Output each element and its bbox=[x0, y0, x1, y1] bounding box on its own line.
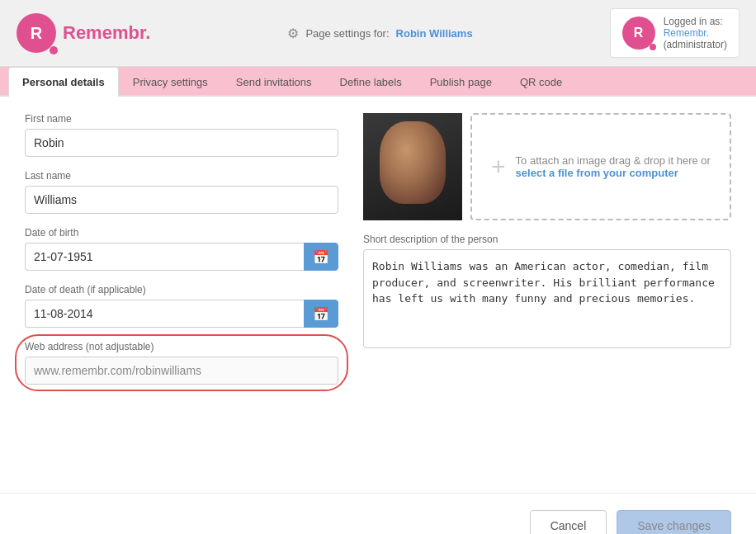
person-name: Robin Williams bbox=[396, 27, 473, 40]
logged-in-label: Logged in as: bbox=[664, 16, 727, 27]
form-left: First name Last name Date of birth 📅 Dat… bbox=[25, 113, 338, 398]
dob-group: Date of birth 📅 bbox=[25, 227, 338, 271]
dob-input[interactable] bbox=[25, 243, 304, 271]
description-textarea[interactable]: Robin Williams was an American actor, co… bbox=[363, 249, 731, 348]
logo-dot bbox=[50, 46, 58, 54]
logged-in-text: Logged in as: Remembr. (administrator) bbox=[664, 16, 727, 50]
dob-wrapper: 📅 bbox=[25, 243, 338, 271]
user-letter: R bbox=[634, 26, 644, 40]
dob-label: Date of birth bbox=[25, 227, 338, 239]
description-group: Short description of the person Robin Wi… bbox=[363, 234, 731, 351]
dob-calendar-button[interactable]: 📅 bbox=[304, 243, 338, 271]
last-name-input[interactable] bbox=[25, 186, 338, 214]
tab-publish-page[interactable]: Publish page bbox=[416, 67, 506, 97]
tab-define-labels[interactable]: Define labels bbox=[326, 67, 416, 97]
form-layout: First name Last name Date of birth 📅 Dat… bbox=[25, 113, 731, 398]
form-right: + To attach an image drag & drop it here… bbox=[363, 113, 731, 398]
tabs-bar: Personal details Privacy settings Send i… bbox=[0, 67, 756, 97]
tab-personal-details[interactable]: Personal details bbox=[8, 67, 119, 97]
footer-buttons: Cancel Save changes bbox=[0, 493, 756, 534]
user-link[interactable]: Remembr. bbox=[664, 27, 709, 39]
user-dot bbox=[650, 44, 656, 50]
user-avatar: R bbox=[622, 17, 655, 50]
dod-label: Date of death (if applicable) bbox=[25, 284, 338, 295]
cancel-button[interactable]: Cancel bbox=[530, 510, 607, 534]
first-name-input[interactable] bbox=[25, 129, 338, 157]
logged-in-box: R Logged in as: Remembr. (administrator) bbox=[610, 8, 739, 58]
web-address-input[interactable] bbox=[25, 357, 338, 385]
page-settings-label: Page settings for: bbox=[305, 27, 389, 40]
first-name-group: First name bbox=[25, 113, 338, 157]
web-address-label: Web address (not adjustable) bbox=[25, 341, 338, 352]
dod-input[interactable] bbox=[25, 300, 304, 328]
logo-circle: R bbox=[17, 13, 56, 53]
logo-text: Remembr. bbox=[63, 22, 150, 44]
drop-zone-text: To attach an image drag & drop it here o… bbox=[516, 154, 711, 179]
logo-name: Remembr. bbox=[63, 22, 150, 43]
calendar-icon: 📅 bbox=[313, 249, 329, 265]
last-name-label: Last name bbox=[25, 170, 338, 182]
plus-icon: + bbox=[491, 153, 506, 181]
first-name-label: First name bbox=[25, 113, 338, 125]
drop-zone[interactable]: + To attach an image drag & drop it here… bbox=[470, 113, 731, 220]
drop-zone-link[interactable]: select a file from your computer bbox=[516, 167, 678, 179]
dod-group: Date of death (if applicable) 📅 bbox=[25, 284, 338, 328]
logo-area: R Remembr. bbox=[17, 13, 150, 53]
page-settings: ⚙ Page settings for: Robin Williams bbox=[287, 26, 472, 41]
tab-send-invitations[interactable]: Send invitations bbox=[222, 67, 326, 97]
portrait bbox=[363, 113, 462, 220]
dod-calendar-button[interactable]: 📅 bbox=[304, 300, 338, 328]
save-button[interactable]: Save changes bbox=[617, 510, 731, 534]
portrait-face bbox=[380, 121, 446, 204]
tab-qr-code[interactable]: QR code bbox=[506, 67, 576, 97]
main-content: First name Last name Date of birth 📅 Dat… bbox=[0, 97, 756, 493]
user-role: (administrator) bbox=[664, 39, 727, 50]
dod-wrapper: 📅 bbox=[25, 300, 338, 328]
header: R Remembr. ⚙ Page settings for: Robin Wi… bbox=[0, 0, 756, 67]
photo-row: + To attach an image drag & drop it here… bbox=[363, 113, 731, 220]
last-name-group: Last name bbox=[25, 170, 338, 214]
gear-icon: ⚙ bbox=[287, 26, 299, 41]
tab-privacy-settings[interactable]: Privacy settings bbox=[119, 67, 222, 97]
web-address-group: Web address (not adjustable) bbox=[25, 341, 338, 385]
calendar-icon-2: 📅 bbox=[313, 306, 329, 322]
description-label: Short description of the person bbox=[363, 234, 731, 245]
logo-letter: R bbox=[31, 24, 42, 43]
